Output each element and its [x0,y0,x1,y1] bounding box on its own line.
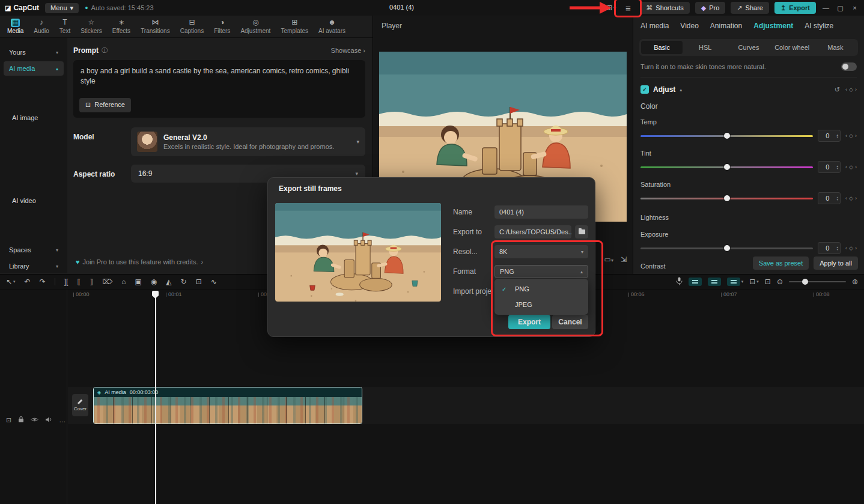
keyframe-icon[interactable]: ◇ [849,195,853,201]
reset-icon[interactable]: ↺ [835,86,840,94]
sidebar-item-ai-image[interactable]: AI image [4,77,64,159]
ai-media-clip[interactable]: ◈ AI media 00:00:03:00 [93,387,362,424]
menu-button[interactable]: Menu ▾ [45,3,79,13]
split-button[interactable]: ][ [64,278,68,286]
toolbar-tab-templates[interactable]: ⊞Templates [281,19,308,34]
toolbar-tab-captions[interactable]: ⊟Captions [180,19,204,34]
toolbar-tab-media[interactable]: ▦Media [7,19,23,34]
lock-icon[interactable] [18,416,24,424]
timeline-zoom-slider[interactable] [789,281,846,282]
zoom-out-button[interactable]: ⊖ [777,278,783,286]
track-align-button[interactable]: ⊟▾ [749,278,759,286]
crop-button[interactable]: ⊡ [196,278,202,286]
stepper[interactable]: ▴▾ [837,196,839,201]
keyframe-next-icon[interactable]: › [855,133,857,139]
format-option-jpeg[interactable]: JPEG [494,297,588,312]
stepper[interactable]: ▴▾ [837,133,839,138]
join-pro-banner[interactable]: ♥ Join Pro to use this feature with cred… [76,258,203,266]
minimize-button[interactable]: — [821,4,830,11]
delete-button[interactable]: ⌦ [102,278,112,286]
voiceover-button[interactable] [676,277,683,287]
export-button[interactable]: ↥ Export [774,2,816,14]
toolbar-tab-ai-avatars[interactable]: ☻AI avatars [318,19,345,34]
tab-ai-media[interactable]: AI media [640,22,669,30]
close-button[interactable]: × [850,4,859,11]
temp-value-input[interactable]: 0▴▾ [818,130,841,142]
toolbar-tab-stickers[interactable]: ☆Stickers [81,19,102,34]
keyframe-icon[interactable]: ◇ [849,87,853,93]
track-view-large-button[interactable]: ▾ [727,278,744,286]
subtab-basic[interactable]: Basic [641,41,683,54]
zoom-in-button[interactable]: ⊕ [852,278,858,286]
undo-button[interactable]: ↶ [25,278,31,286]
temp-slider[interactable] [640,135,813,137]
keyframe-prev-icon[interactable]: ‹ [845,195,847,201]
temp-slider-thumb[interactable] [724,133,730,139]
exposure-slider-thumb[interactable] [724,245,730,251]
exposure-slider[interactable] [640,247,813,249]
sidebar-item-yours[interactable]: Yours▾ [4,45,64,59]
keyframe-prev-icon[interactable]: ‹ [845,133,847,139]
browse-folder-button[interactable] [575,225,588,238]
pro-button[interactable]: ◆ Pro [695,2,726,14]
mask-button[interactable]: ⌂ [121,278,126,286]
collapse-chevron-icon[interactable]: ▴ [680,87,682,93]
track-target-icon[interactable]: ⊡ [6,416,11,424]
subtab-mask[interactable]: Mask [815,41,856,54]
freeze-frame-button[interactable]: ▣ [135,278,142,286]
exposure-value-input[interactable]: 0▴▾ [818,242,841,254]
saturation-slider[interactable] [640,198,813,199]
keyframe-icon[interactable]: ◇ [849,245,853,251]
ratio-button[interactable]: ▭▾ [604,255,613,264]
tint-slider-thumb[interactable] [724,164,730,170]
stepper[interactable]: ▴▾ [837,165,839,169]
adjust-enable-checkbox[interactable]: ✓ [640,85,649,94]
save-as-preset-button[interactable]: Save as preset [753,257,809,270]
playhead-line[interactable] [155,291,156,504]
share-button[interactable]: ↗ Share [731,2,769,14]
toolbar-tab-text[interactable]: TText [59,19,70,34]
toolbar-tab-audio[interactable]: ♪Audio [34,19,49,34]
rotate-button[interactable]: ↻ [181,278,187,286]
showcase-link[interactable]: Showcase› [331,47,365,54]
tint-slider[interactable] [640,166,813,168]
keyframe-prev-icon[interactable]: ‹ [845,87,847,93]
stepper[interactable]: ▴▾ [837,246,839,250]
trim-right-button[interactable]: ⟧ [90,278,93,286]
cover-button[interactable]: Cover [72,394,88,416]
mute-icon[interactable] [45,416,52,424]
trim-left-button[interactable]: ⟦ [77,278,81,286]
more-icon[interactable]: … [59,416,65,424]
keyframe-next-icon[interactable]: › [855,195,857,201]
reference-button[interactable]: ⊡ Reference [79,98,131,112]
sidebar-item-library[interactable]: Library▾ [4,259,64,273]
sidebar-item-ai-media[interactable]: AI media▴ [4,61,64,76]
track-view-medium-button[interactable] [708,278,721,286]
keyframe-prev-icon[interactable]: ‹ [845,164,847,170]
tab-animation[interactable]: Animation [710,22,742,30]
tint-value-input[interactable]: 0▴▾ [818,161,841,173]
export-path-input[interactable]: C:/Users/TOPGUS/Des... [494,225,571,238]
toolbar-tab-filters[interactable]: ◑Filters [214,19,230,34]
tab-adjustment[interactable]: Adjustment [753,22,793,30]
keyframe-next-icon[interactable]: › [855,245,857,251]
zoom-slider-thumb[interactable] [802,279,808,285]
keyframe-next-icon[interactable]: › [855,164,857,170]
panel-menu-button[interactable]: ≡ [621,3,634,13]
keyframe-icon[interactable]: ◇ [849,164,853,170]
subtab-hsl[interactable]: HSL [684,41,726,54]
keyframe-next-icon[interactable]: › [855,87,857,93]
tab-ai-stylize[interactable]: AI stylize [805,22,833,30]
keyframe-prev-icon[interactable]: ‹ [845,245,847,251]
saturation-slider-thumb[interactable] [724,195,730,201]
record-button[interactable]: ◉ [151,278,157,286]
subtab-color-wheel[interactable]: Color wheel [771,41,813,54]
eye-icon[interactable] [31,416,38,424]
redo-button[interactable]: ↷ [40,278,46,286]
toolbar-tab-effects[interactable]: ∗Effects [112,19,130,34]
sidebar-item-spaces[interactable]: Spaces▾ [4,243,64,257]
name-input[interactable]: 0401 (4) [494,205,588,219]
export-confirm-button[interactable]: Export [508,315,550,329]
skin-tone-toggle[interactable] [841,62,857,71]
format-select[interactable]: PNG▴ [494,265,588,278]
